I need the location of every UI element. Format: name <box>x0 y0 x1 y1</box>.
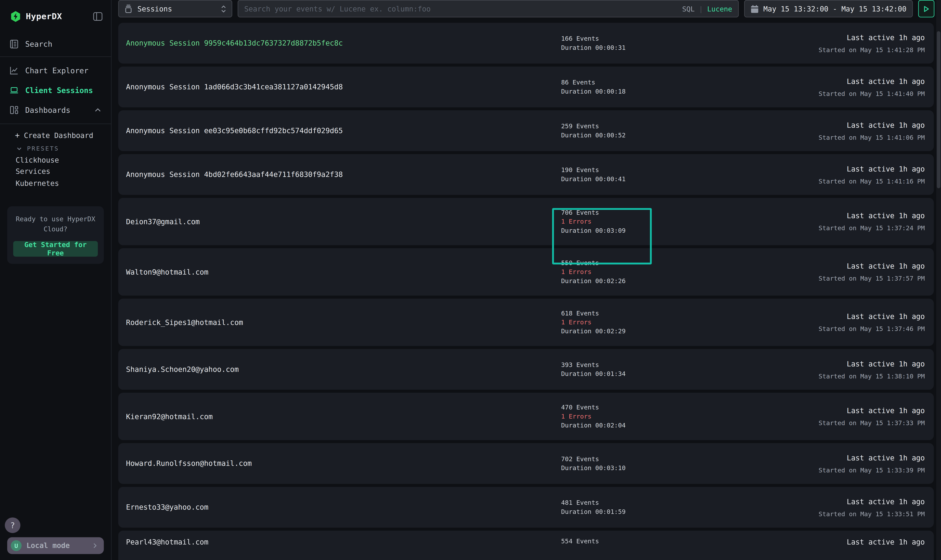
sidebar-item-search[interactable]: Search <box>0 35 111 53</box>
lucene-mode-button[interactable]: Lucene <box>707 5 732 13</box>
session-row[interactable]: Anonymous Session 1ad066d3c3b41cea381127… <box>118 66 934 107</box>
database-icon <box>124 4 133 13</box>
session-stats: 393 Events Duration 00:01:34 <box>561 362 759 377</box>
session-started: Started on May 15 1:41:40 PM <box>819 90 925 97</box>
sql-mode-button[interactable]: SQL <box>682 5 695 13</box>
user-avatar: U <box>11 540 22 551</box>
session-name: Walton9@hotmail.com <box>126 268 561 276</box>
sidebar-item-client-sessions[interactable]: Client Sessions <box>0 80 111 100</box>
topbar: Sessions SQL | Lucene <box>112 0 941 17</box>
preset-label: Clickhouse <box>15 156 59 164</box>
session-list: Anonymous Session 9959c464b13dc7637327d8… <box>112 23 941 560</box>
session-duration: Duration 00:03:10 <box>561 465 759 471</box>
session-meta: Last active 1h ago Started on May 15 1:3… <box>819 312 925 332</box>
session-meta: Last active 1h ago Started on May 15 1:4… <box>819 33 925 53</box>
session-row[interactable]: Anonymous Session 9959c464b13dc7637327d8… <box>118 23 934 63</box>
session-last-active: Last active 1h ago <box>847 538 925 546</box>
sidebar-item-label: Chart Explorer <box>25 66 88 75</box>
session-last-active: Last active 1h ago <box>819 360 925 368</box>
session-stats: 554 Events <box>561 538 759 545</box>
session-stats: 618 Events 1 Errors Duration 00:02:29 <box>561 310 759 335</box>
session-last-active: Last active 1h ago <box>819 165 925 173</box>
chevron-down-icon <box>16 145 22 151</box>
dashboard-grid-icon <box>10 106 19 114</box>
sidebar-item-kubernetes[interactable]: Kubernetes <box>0 177 111 189</box>
session-meta: Last active 1h ago Started on May 15 1:3… <box>819 406 925 426</box>
session-duration: Duration 00:00:52 <box>561 132 759 138</box>
session-duration: Duration 00:02:04 <box>561 422 759 429</box>
session-duration: Duration 00:00:41 <box>561 176 759 182</box>
session-name: Howard.Runolfsson@hotmail.com <box>126 459 561 468</box>
get-started-button[interactable]: Get Started for Free <box>13 241 98 256</box>
session-row[interactable]: Pearl43@hotmail.com 554 Events Last acti… <box>118 531 934 560</box>
query-language-toggle: SQL | Lucene <box>682 1 732 17</box>
session-row[interactable]: Shaniya.Schoen20@yahoo.com 393 Events Du… <box>118 349 934 390</box>
sidebar: HyperDX Search <box>0 0 112 560</box>
session-stats: 706 Events 1 Errors Duration 00:03:09 <box>561 209 759 234</box>
plus-icon: + <box>15 131 20 140</box>
session-started: Started on May 15 1:33:39 PM <box>819 466 925 473</box>
sidebar-collapse-icon[interactable] <box>93 12 103 20</box>
session-name: Ernesto33@yahoo.com <box>126 503 561 511</box>
calendar-icon <box>751 5 759 13</box>
sidebar-item-services[interactable]: Services <box>0 166 111 177</box>
session-row[interactable]: Roderick_Sipes1@hotmail.com 618 Events 1… <box>118 298 934 346</box>
chevron-up-icon[interactable] <box>94 106 102 114</box>
session-row[interactable]: Ernesto33@yahoo.com 481 Events Duration … <box>118 487 934 528</box>
preset-label: Kubernetes <box>15 179 59 188</box>
sidebar-item-label: Search <box>25 39 52 48</box>
session-errors: 1 Errors <box>561 269 759 275</box>
session-stats: 86 Events Duration 00:00:18 <box>561 79 759 95</box>
session-name: Anonymous Session 9959c464b13dc7637327d8… <box>126 39 561 47</box>
session-last-active: Last active 1h ago <box>819 121 925 129</box>
session-events: 706 Events <box>561 209 759 216</box>
session-duration: Duration 00:02:29 <box>561 328 759 335</box>
presets-section-toggle[interactable]: PRESETS <box>0 143 111 154</box>
session-name: Roderick_Sipes1@hotmail.com <box>126 318 561 326</box>
session-meta: Last active 1h ago Started on May 15 1:4… <box>819 165 925 184</box>
help-button[interactable]: ? <box>5 517 20 533</box>
session-row[interactable]: Anonymous Session 4bd02fe6643aaf44e711f6… <box>118 154 934 195</box>
session-duration: Duration 00:02:26 <box>561 278 759 284</box>
sidebar-item-chart-explorer[interactable]: Chart Explorer <box>0 61 111 80</box>
sidebar-divider <box>0 123 111 124</box>
session-name: Anonymous Session ee03c95e0b68cffd92bc57… <box>126 126 561 135</box>
session-row[interactable]: Deion37@gmail.com 706 Events 1 Errors Du… <box>118 198 934 245</box>
session-started: Started on May 15 1:37:24 PM <box>819 224 925 231</box>
session-events: 618 Events <box>561 310 759 317</box>
app-title: HyperDX <box>26 11 62 21</box>
scrollbar-thumb[interactable] <box>937 31 940 188</box>
session-row[interactable]: Anonymous Session ee03c95e0b68cffd92bc57… <box>118 110 934 151</box>
session-duration: Duration 00:00:18 <box>561 88 759 95</box>
create-dashboard-label: Create Dashboard <box>24 131 93 139</box>
cloud-promo-text: Ready to use HyperDX Cloud? <box>13 214 98 234</box>
hyperdx-app: HyperDX Search <box>0 0 941 560</box>
session-row[interactable]: Walton9@hotmail.com 550 Events 1 Errors … <box>118 248 934 295</box>
session-name: Anonymous Session 1ad066d3c3b41cea381127… <box>126 83 561 91</box>
session-last-active: Last active 1h ago <box>819 212 925 220</box>
local-mode-label: Local mode <box>26 542 70 550</box>
sidebar-item-dashboards[interactable]: Dashboards <box>0 100 111 120</box>
mode-separator: | <box>699 5 703 13</box>
session-events: 259 Events <box>561 123 759 129</box>
session-stats: 470 Events 1 Errors Duration 00:02:04 <box>561 404 759 429</box>
create-dashboard-button[interactable]: + Create Dashboard <box>0 128 111 143</box>
session-meta: Last active 1h ago Started on May 15 1:3… <box>819 212 925 231</box>
source-select[interactable]: Sessions <box>118 0 232 17</box>
run-query-button[interactable] <box>918 0 935 17</box>
local-mode-button[interactable]: U Local mode <box>7 537 104 554</box>
time-range-picker[interactable]: May 15 13:32:00 - May 15 13:42:00 <box>744 0 913 17</box>
sidebar-item-clickhouse[interactable]: Clickhouse <box>0 154 111 166</box>
session-row[interactable]: Kieran92@hotmail.com 470 Events 1 Errors… <box>118 393 934 440</box>
session-name: Pearl43@hotmail.com <box>126 538 561 546</box>
search-input[interactable] <box>244 1 732 17</box>
main-content: Sessions SQL | Lucene <box>112 0 941 560</box>
session-name: Anonymous Session 4bd02fe6643aaf44e711f6… <box>126 170 561 178</box>
source-select-value: Sessions <box>137 5 216 13</box>
session-started: Started on May 15 1:41:16 PM <box>819 177 925 184</box>
session-meta: Last active 1h ago Started on May 15 1:3… <box>819 454 925 473</box>
session-name: Kieran92@hotmail.com <box>126 412 561 420</box>
session-name: Shaniya.Schoen20@yahoo.com <box>126 365 561 374</box>
session-last-active: Last active 1h ago <box>819 77 925 85</box>
session-row[interactable]: Howard.Runolfsson@hotmail.com 702 Events… <box>118 443 934 484</box>
